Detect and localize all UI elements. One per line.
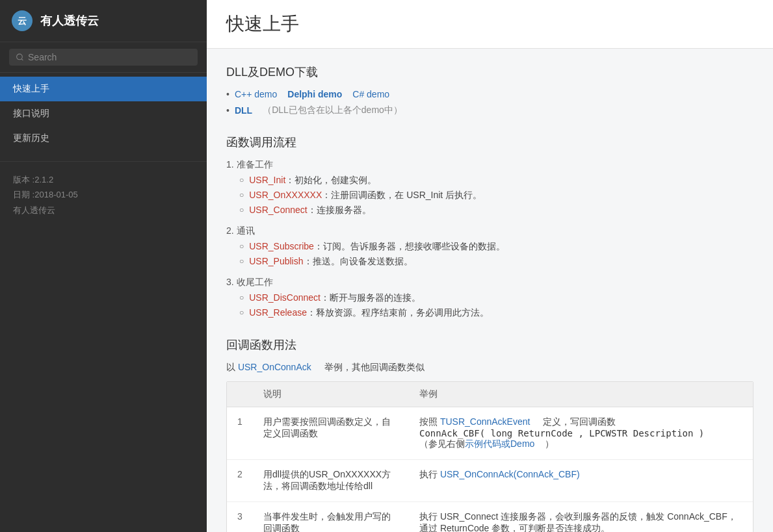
row1-code: ConnAck_CBF( long ReturnCode , LPCWSTR D… — [419, 428, 704, 438]
download-links-row1: C++ demo Delphi demo C# demo — [226, 89, 753, 99]
onconnack-link[interactable]: USR_OnConnAck(ConnAck_CBF) — [440, 469, 580, 479]
step-1-items: USR_Init：初始化，创建实例。 USR_OnXXXXXX：注册回调函数，在… — [226, 175, 753, 216]
version-label: 版本 :2.1.2 — [13, 172, 194, 187]
nav-item-history[interactable]: 更新历史 — [0, 126, 207, 151]
step-3-item-0: USR_DisConnect：断开与服务器的连接。 — [239, 292, 753, 304]
row3-num: 3 — [227, 502, 253, 533]
th-desc: 说明 — [253, 382, 409, 407]
dll-link[interactable]: DLL — [235, 105, 252, 116]
step-1-item-2: USR_Connect：连接服务器。 — [239, 205, 753, 216]
nav-item-api[interactable]: 接口说明 — [0, 101, 207, 126]
search-icon — [16, 53, 24, 62]
row3-desc: 当事件发生时，会触发用户写的回调函数 — [253, 502, 409, 533]
callback-intro-suffix: 举例，其他回调函数类似 — [322, 362, 425, 372]
sidebar-header: 云 有人透传云 — [0, 0, 207, 42]
page-title: 快速上手 — [226, 12, 753, 36]
workflow-section-title: 函数调用流程 — [226, 134, 753, 150]
th-example: 举例 — [409, 382, 753, 407]
search-input[interactable] — [28, 52, 191, 62]
sidebar-meta: 版本 :2.1.2 日期 :2018-01-05 有人透传云 — [0, 161, 207, 228]
step-2-item-1: USR_Publish：推送。向设备发送数据。 — [239, 256, 753, 268]
row1-example: 按照 TUSR_ConnAckEvent 定义，写回调函数 ConnAck_CB… — [409, 407, 753, 460]
table-header-row: 说明 举例 — [227, 382, 753, 407]
tusr-link[interactable]: TUSR_ConnAckEvent — [440, 416, 531, 427]
step-1: 1. 准备工作 USR_Init：初始化，创建实例。 USR_OnXXXXXX：… — [226, 159, 753, 216]
search-bar — [0, 42, 207, 73]
company-label: 有人透传云 — [13, 203, 194, 218]
step-1-item-0: USR_Init：初始化，创建实例。 — [239, 175, 753, 186]
row1-desc: 用户需要按照回调函数定义，自定义回调函数 — [253, 407, 409, 460]
page-header: 快速上手 — [207, 0, 773, 49]
step-3: 3. 收尾工作 USR_DisConnect：断开与服务器的连接。 USR_Re… — [226, 277, 753, 319]
dll-note: （DLL已包含在以上各个demo中） — [263, 105, 402, 116]
download-links-list: C++ demo Delphi demo C# demo DLL （DLL已包含… — [226, 89, 753, 116]
step-3-item-1: USR_Release：释放资源。程序结束前，务必调用此方法。 — [239, 307, 753, 319]
step-1-item-1: USR_OnXXXXXX：注册回调函数，在 USR_Init 后执行。 — [239, 190, 753, 201]
callback-intro-link[interactable]: USR_OnConnAck — [238, 362, 311, 372]
callback-section: 回调函数用法 以 USR_OnConnAck 举例，其他回调函数类似 说明 举例 — [226, 337, 753, 532]
step-3-label: 3. 收尾工作 — [226, 277, 753, 288]
step-1-label: 1. 准备工作 — [226, 159, 753, 171]
delphi-demo-link[interactable]: Delphi demo — [287, 89, 342, 99]
nav-menu: 快速上手 接口说明 更新历史 — [0, 73, 207, 155]
callback-intro: 以 USR_OnConnAck 举例，其他回调函数类似 — [226, 362, 753, 374]
callback-table-container: 说明 举例 1 用户需要按照回调函数定义，自定义回调函数 按照 TUSR_Con… — [226, 381, 753, 532]
row2-num: 2 — [227, 460, 253, 502]
main-content: 快速上手 DLL及DEMO下载 C++ demo Delphi demo C# … — [207, 0, 773, 532]
sidebar: 云 有人透传云 快速上手 接口说明 更新历史 版本 :2.1.2 日期 :201… — [0, 0, 207, 532]
logo-icon: 云 — [10, 9, 34, 32]
sidebar-brand-title: 有人透传云 — [40, 13, 99, 29]
th-num — [227, 382, 253, 407]
step-2-label: 2. 通讯 — [226, 225, 753, 237]
step-2: 2. 通讯 USR_Subscribe：订阅。告诉服务器，想接收哪些设备的数据。… — [226, 225, 753, 268]
step-2-items: USR_Subscribe：订阅。告诉服务器，想接收哪些设备的数据。 USR_P… — [226, 241, 753, 268]
row2-desc: 用dll提供的USR_OnXXXXXX方法，将回调函数地址传给dll — [253, 460, 409, 502]
callback-intro-prefix: 以 — [226, 362, 238, 372]
cpp-demo-link[interactable]: C++ demo — [235, 89, 277, 99]
callback-table: 说明 举例 1 用户需要按照回调函数定义，自定义回调函数 按照 TUSR_Con… — [227, 382, 753, 532]
table-row: 2 用dll提供的USR_OnXXXXXX方法，将回调函数地址传给dll 执行 … — [227, 460, 753, 502]
step-2-item-0: USR_Subscribe：订阅。告诉服务器，想接收哪些设备的数据。 — [239, 241, 753, 253]
step-3-items: USR_DisConnect：断开与服务器的连接。 USR_Release：释放… — [226, 292, 753, 319]
table-row: 1 用户需要按照回调函数定义，自定义回调函数 按照 TUSR_ConnAckEv… — [227, 407, 753, 460]
content-area: DLL及DEMO下载 C++ demo Delphi demo C# demo … — [207, 49, 773, 532]
workflow-section: 函数调用流程 1. 准备工作 USR_Init：初始化，创建实例。 USR_On… — [226, 134, 753, 319]
svg-point-2 — [17, 54, 23, 60]
download-links-row2: DLL （DLL已包含在以上各个demo中） — [226, 105, 753, 116]
download-section: DLL及DEMO下载 C++ demo Delphi demo C# demo … — [226, 64, 753, 116]
date-label: 日期 :2018-01-05 — [13, 187, 194, 202]
row2-example: 执行 USR_OnConnAck(ConnAck_CBF) — [409, 460, 753, 502]
svg-line-3 — [21, 59, 23, 60]
callback-section-title: 回调函数用法 — [226, 337, 753, 353]
row1-num: 1 — [227, 407, 253, 460]
svg-text:云: 云 — [18, 16, 27, 26]
download-section-title: DLL及DEMO下载 — [226, 64, 753, 80]
csharp-demo-link[interactable]: C# demo — [352, 89, 389, 99]
search-input-wrap[interactable] — [9, 49, 198, 66]
table-row: 3 当事件发生时，会触发用户写的回调函数 执行 USR_Connect 连接服务… — [227, 502, 753, 533]
row3-example: 执行 USR_Connect 连接服务器，会收到服务器的反馈，触发 ConnAc… — [409, 502, 753, 533]
nav-item-quickstart[interactable]: 快速上手 — [0, 77, 207, 101]
example-code-link[interactable]: 示例代码或Demo — [465, 438, 534, 449]
steps-list: 1. 准备工作 USR_Init：初始化，创建实例。 USR_OnXXXXXX：… — [226, 159, 753, 319]
